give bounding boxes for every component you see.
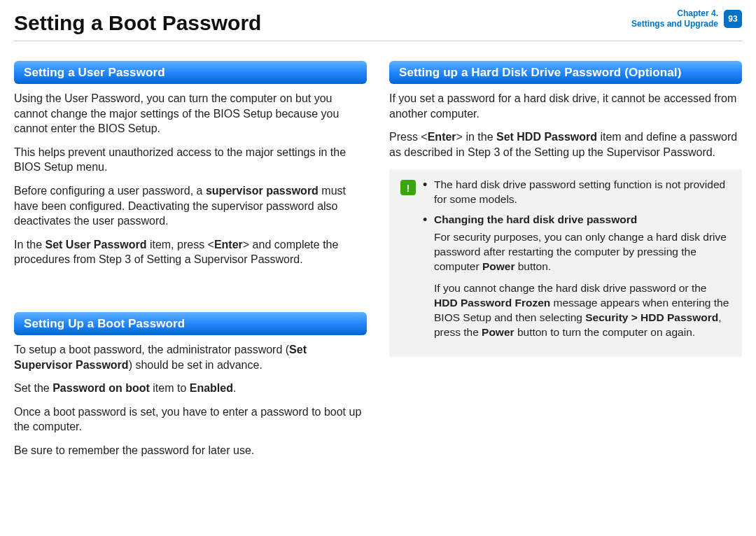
text: Before configuring a user password, a	[14, 185, 206, 197]
text: If you cannot change the hard disk drive…	[434, 282, 706, 294]
divider	[14, 41, 742, 41]
page-title: Setting a Boot Password	[14, 8, 261, 35]
paragraph: Before configuring a user password, a su…	[14, 183, 367, 229]
page-number: 93	[724, 10, 742, 28]
chapter-label: Chapter 4. Settings and Upgrade	[631, 8, 718, 29]
bold-text: Power	[482, 326, 514, 338]
paragraph: If you set a password for a hard disk dr…	[389, 91, 742, 121]
paragraph: Using the User Password, you can turn th…	[14, 91, 367, 136]
right-column: Setting up a Hard Disk Drive Password (O…	[389, 54, 742, 467]
bold-text: Security > HDD Password	[585, 311, 718, 323]
paragraph: In the Set User Password item, press <En…	[14, 237, 367, 267]
text: The hard disk drive password setting fun…	[434, 178, 725, 205]
bold-text: Enter	[214, 239, 243, 251]
text: Press <	[389, 131, 428, 143]
text: item to	[150, 382, 190, 394]
text: .	[233, 382, 236, 394]
bold-text: Set HDD Password	[496, 131, 597, 143]
bold-text: Set User Password	[45, 239, 146, 251]
list-item: The hard disk drive password setting fun…	[423, 178, 731, 207]
text: In the	[14, 239, 45, 251]
page-header: Setting a Boot Password Chapter 4. Setti…	[14, 8, 742, 35]
callout-body: The hard disk drive password setting fun…	[423, 178, 731, 346]
bold-text: Enabled	[190, 382, 233, 394]
chapter-line1: Chapter 4.	[631, 8, 718, 19]
alert-icon: !	[400, 180, 416, 195]
section-heading-boot-password: Setting Up a Boot Password	[14, 312, 367, 335]
bold-text: Password on boot	[52, 382, 150, 394]
paragraph: Set the Password on boot item to Enabled…	[14, 381, 367, 396]
text: button to turn the computer on again.	[514, 326, 696, 338]
text: item, press <	[146, 239, 214, 251]
bold-text: HDD Password Frozen	[434, 297, 550, 309]
document-page: Setting a Boot Password Chapter 4. Setti…	[0, 0, 756, 488]
paragraph: This helps prevent unauthorized access t…	[14, 145, 367, 175]
spacer	[14, 276, 367, 305]
bold-text: Power	[482, 260, 515, 272]
section-heading-hdd-password: Setting up a Hard Disk Drive Password (O…	[389, 61, 742, 84]
paragraph: Be sure to remember the password for lat…	[14, 443, 367, 458]
chapter-line2: Settings and Upgrade	[631, 19, 718, 29]
section-heading-user-password: Setting a User Password	[14, 61, 367, 84]
text: To setup a boot password, the administra…	[14, 344, 289, 355]
paragraph: For security purposes, you can only chan…	[434, 230, 731, 274]
left-column: Setting a User Password Using the User P…	[14, 54, 367, 467]
bold-text: Changing the hard disk drive password	[434, 213, 637, 225]
bold-text: Enter	[428, 131, 456, 143]
text: For security purposes, you can only chan…	[434, 231, 727, 272]
paragraph: Once a boot password is set, you have to…	[14, 404, 367, 435]
paragraph: Press <Enter> in the Set HDD Password it…	[389, 129, 742, 160]
info-callout: ! The hard disk drive password setting f…	[389, 169, 742, 356]
text: > in the	[456, 131, 496, 143]
text: Set the	[14, 382, 52, 394]
list-item: Changing the hard disk drive password Fo…	[423, 213, 731, 339]
chapter-badge: Chapter 4. Settings and Upgrade 93	[631, 8, 742, 29]
paragraph: If you cannot change the hard disk drive…	[434, 281, 731, 340]
bold-text: supervisor password	[206, 185, 318, 197]
paragraph: To setup a boot password, the administra…	[14, 342, 367, 372]
text: ) should be set in advance.	[129, 359, 262, 371]
content-columns: Setting a User Password Using the User P…	[14, 54, 742, 467]
text: button.	[514, 260, 551, 272]
